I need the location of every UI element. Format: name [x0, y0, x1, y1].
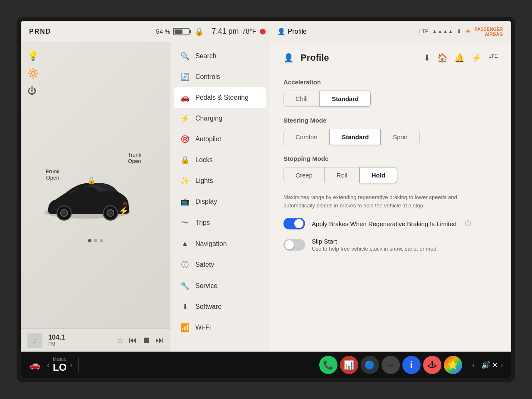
sun-icon: ☀	[465, 27, 471, 36]
controls-label: Controls	[195, 73, 220, 81]
menu-item-lights[interactable]: ✨ Lights	[170, 170, 270, 191]
pedals-icon: 🚗	[180, 93, 190, 102]
slip-start-row: Slip Start Use to help free vehicle stuc…	[283, 238, 498, 252]
trunk-label: Trunk Open	[128, 152, 141, 164]
service-label: Service	[195, 282, 217, 290]
autopilot-label: Autopilot	[195, 135, 221, 143]
search-label: Search	[195, 52, 217, 60]
charging-label: Charging	[195, 115, 222, 122]
game-app[interactable]: 🕹	[423, 356, 441, 374]
info-app[interactable]: i	[402, 356, 421, 374]
notification-icon[interactable]: 🔔	[454, 53, 465, 63]
volume-back[interactable]: ‹	[472, 361, 475, 369]
bluetooth-icon[interactable]: ⚡	[471, 53, 482, 63]
back-arrow[interactable]: ‹	[47, 361, 49, 369]
menu-item-trips[interactable]: 〜 Trips	[170, 212, 270, 234]
car-icon[interactable]: 🚗	[29, 360, 40, 370]
profile-person-icon: 👤	[277, 27, 286, 35]
taskbar: 🚗 ‹ Manual LO › 📞 📊 🔵 ··· i 🕹 ⭐ ‹ 🔊 ✕	[21, 352, 511, 378]
menu-item-safety[interactable]: ⓘ Safety	[170, 254, 270, 276]
power-icon[interactable]: ⏻	[27, 86, 39, 96]
media-app[interactable]: 📊	[340, 356, 358, 374]
volume-control[interactable]: 🔊 ✕	[481, 360, 498, 369]
car-panel: 💡 🔆 ⏻ Frunk Open Trunk Open 🔓	[21, 42, 170, 352]
lo-display: LO	[53, 362, 66, 373]
slip-toggle-thumb	[285, 240, 294, 249]
dot-1[interactable]	[88, 239, 91, 242]
forward-arrow[interactable]: ›	[70, 361, 72, 369]
headlights-icon[interactable]: 💡	[27, 51, 39, 62]
favorite-button[interactable]: ☆	[116, 335, 124, 345]
menu-item-pedals[interactable]: 🚗 Pedals & Steering	[174, 87, 266, 108]
dot-3[interactable]	[100, 239, 103, 242]
stopping-creep-button[interactable]: Creep	[283, 167, 325, 183]
menu-item-charging[interactable]: ⚡ Charging	[170, 108, 270, 129]
music-note-icon: ♪	[27, 333, 42, 348]
controls-icon: 🔄	[180, 72, 190, 81]
accel-standard-button[interactable]: Standard	[320, 91, 371, 107]
menu-item-controls[interactable]: 🔄 Controls	[170, 66, 270, 87]
acceleration-label: Acceleration	[283, 79, 498, 86]
settings-icons: ⬇ 🏠 🔔 ⚡ LTE	[424, 53, 498, 63]
fan-speed-control: Manual LO	[53, 357, 66, 373]
apply-brakes-info-icon[interactable]: ⓘ	[465, 220, 471, 227]
menu-item-autopilot[interactable]: 🎯 Autopilot	[170, 129, 270, 150]
home-icon[interactable]: 🏠	[437, 53, 448, 63]
apply-brakes-toggle[interactable]	[283, 218, 305, 229]
previous-button[interactable]: ⏮	[129, 335, 137, 345]
trips-icon: 〜	[180, 218, 190, 228]
car-container: Frunk Open Trunk Open 🔓	[37, 152, 154, 235]
steering-sport-button[interactable]: Sport	[381, 129, 420, 145]
accel-chill-button[interactable]: Chill	[283, 91, 320, 107]
battery-fill	[175, 30, 183, 34]
toggle-thumb	[294, 219, 303, 228]
svg-rect-5	[123, 202, 127, 205]
mute-icon: ✕	[492, 361, 498, 369]
more-app[interactable]: ···	[382, 356, 400, 374]
temperature-display: 78°F	[242, 28, 256, 35]
menu-item-software[interactable]: ⬇ Software	[170, 296, 270, 317]
menu-item-service[interactable]: 🔧 Service	[170, 276, 270, 296]
stop-button[interactable]: ⏹	[142, 335, 150, 345]
stopping-mode-label: Stopping Mode	[283, 155, 498, 162]
star-app[interactable]: ⭐	[444, 356, 462, 374]
charging-icon: ⚡	[118, 206, 129, 216]
fog-lights-icon[interactable]: 🔆	[27, 68, 39, 79]
locks-label: Locks	[195, 156, 213, 164]
profile-icon-header: 👤	[283, 53, 294, 63]
menu-item-display[interactable]: 📺 Display	[170, 191, 270, 212]
navigation-icon: ▲	[180, 239, 190, 248]
profile-area[interactable]: 👤 Profile	[277, 27, 307, 35]
search-icon: 🔍	[180, 52, 190, 61]
camera-app[interactable]: 🔵	[361, 356, 379, 374]
steering-mode-btn-group: Comfort Standard Sport	[283, 129, 498, 145]
steering-standard-button[interactable]: Standard	[330, 129, 381, 145]
apply-brakes-row: Apply Brakes When Regenerative Braking I…	[283, 218, 498, 229]
steering-comfort-button[interactable]: Comfort	[283, 129, 330, 145]
station-type: FM	[48, 341, 65, 347]
wifi-label: Wi-Fi	[195, 324, 211, 331]
next-button[interactable]: ⏭	[155, 335, 164, 345]
clock-display: 7:41 pm	[212, 27, 239, 36]
dot-2[interactable]	[94, 239, 97, 242]
left-icons: 💡 🔆 ⏻	[27, 51, 39, 96]
lte-settings-icon[interactable]: LTE	[488, 53, 498, 63]
lte-label: LTE	[419, 28, 429, 34]
download-icon: ⬇	[457, 28, 461, 34]
apply-brakes-label: Apply Brakes When Regenerative Braking I…	[312, 220, 457, 227]
menu-item-search[interactable]: 🔍 Search	[170, 46, 270, 66]
locks-icon: 🔒	[180, 155, 190, 165]
download-settings-icon[interactable]: ⬇	[424, 53, 431, 63]
stopping-hold-button[interactable]: Hold	[360, 167, 397, 183]
slip-start-toggle[interactable]	[283, 239, 305, 251]
menu-item-wifi[interactable]: 📶 Wi-Fi	[170, 317, 270, 338]
stopping-roll-button[interactable]: Roll	[325, 167, 360, 183]
menu-column: 🔍 Search 🔄 Controls 🚗 Pedals & Steering …	[170, 42, 270, 352]
volume-forward[interactable]: ›	[501, 361, 503, 369]
menu-item-navigation[interactable]: ▲ Navigation	[170, 234, 270, 254]
prnd-display: PRND	[29, 28, 51, 35]
manual-label: Manual	[53, 357, 66, 362]
phone-app[interactable]: 📞	[319, 356, 337, 374]
menu-item-locks[interactable]: 🔒 Locks	[170, 150, 270, 170]
laptop-frame: PRND 54 % 🔒 7:41 pm 78°F 👤 Profile LTE ▲…	[17, 17, 515, 382]
